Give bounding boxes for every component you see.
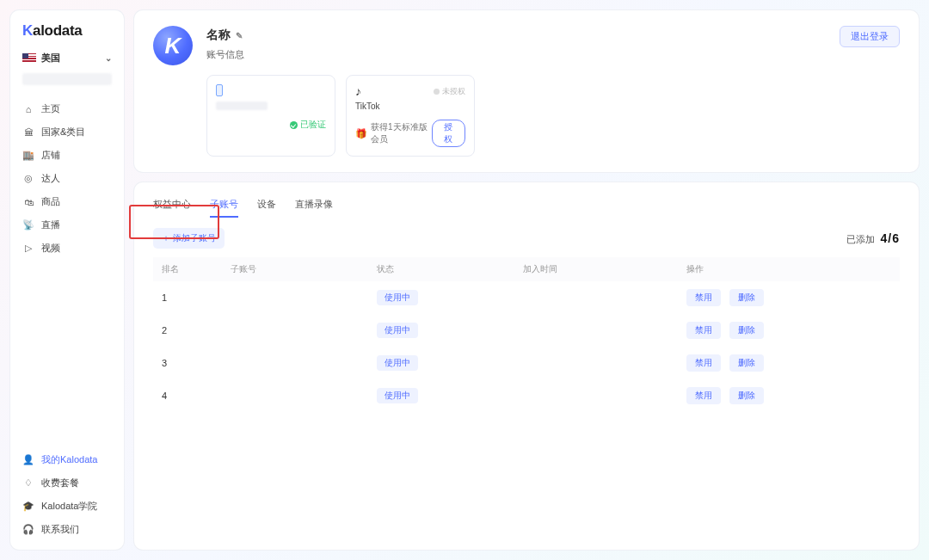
disable-button[interactable]: 禁用 (686, 289, 721, 306)
dot-icon (434, 89, 440, 95)
nav-pricing[interactable]: ♢收费套餐 (10, 471, 124, 495)
pin-icon: ◎ (22, 173, 34, 184)
chevron-down-icon: ⌄ (105, 53, 112, 63)
phone-card: 已验证 (206, 75, 335, 157)
nav-my-kalodata[interactable]: 👤我的Kalodata (10, 448, 124, 471)
gift-text: 获得1天标准版会员 (371, 121, 432, 145)
add-sub-account-button[interactable]: ＋ 添加子账号 (153, 228, 225, 249)
disable-button[interactable]: 禁用 (686, 354, 721, 372)
status-tag: 使用中 (377, 388, 418, 403)
cell-rank: 4 (162, 391, 231, 401)
live-icon: 📡 (22, 219, 34, 231)
video-icon: ▷ (22, 243, 34, 254)
sidebar: Kalodata 美国 ⌄ ⌂主页 🏛国家&类目 🏬店铺 ◎达人 🛍商品 📡直播… (10, 10, 124, 550)
shop-icon: 🏬 (22, 150, 34, 161)
nav-creator[interactable]: ◎达人 (10, 167, 124, 190)
logout-button[interactable]: 退出登录 (840, 26, 900, 47)
table-row: 4 使用中 禁用 删除 (153, 379, 900, 412)
table-row: 3 使用中 禁用 删除 (153, 347, 900, 379)
col-status: 状态 (377, 263, 523, 275)
col-ops: 操作 (686, 263, 891, 275)
nav-product[interactable]: 🛍商品 (10, 190, 124, 213)
brand-k: K (22, 22, 33, 39)
main-content: K 名称 ✎ 账号信息 已验证 (134, 10, 919, 550)
diamond-icon: ♢ (22, 477, 34, 489)
table-row: 1 使用中 禁用 删除 (153, 281, 900, 314)
tab-live-record[interactable]: 直播录像 (295, 198, 333, 218)
redacted-phone (216, 102, 268, 110)
table-row: 2 使用中 禁用 删除 (153, 314, 900, 347)
category-icon: 🏛 (22, 127, 34, 138)
main-nav: ⌂主页 🏛国家&类目 🏬店铺 ◎达人 🛍商品 📡直播 ▷视频 (10, 94, 124, 441)
verified-badge: 已验证 (290, 119, 326, 131)
status-tag: 使用中 (377, 323, 418, 338)
subaccount-table: 排名 子账号 状态 加入时间 操作 1 使用中 禁用 删除 (153, 257, 900, 412)
unauthorized-tag: 未授权 (434, 86, 465, 97)
delete-button[interactable]: 删除 (729, 387, 764, 404)
country-label: 美国 (41, 52, 105, 65)
col-sub: 子账号 (231, 263, 377, 275)
added-counter: 已添加 4/6 (846, 231, 900, 246)
avatar: K (153, 26, 193, 65)
authorize-button[interactable]: 授权 (432, 120, 465, 147)
product-icon: 🛍 (22, 197, 34, 207)
tiktok-card: ♪ 未授权 TikTok 🎁获得1天标准版会员 授权 (346, 75, 475, 157)
disable-button[interactable]: 禁用 (686, 387, 721, 404)
nav-country-category[interactable]: 🏛国家&类目 (10, 120, 124, 144)
headset-icon: 🎧 (22, 524, 34, 535)
delete-button[interactable]: 删除 (729, 322, 764, 339)
check-icon (290, 121, 298, 129)
nav-shop[interactable]: 🏬店铺 (10, 144, 124, 167)
cell-rank: 1 (162, 292, 231, 303)
nav-live[interactable]: 📡直播 (10, 213, 124, 237)
tab-rights-center[interactable]: 权益中心 (153, 198, 191, 218)
tiktok-icon: ♪ (355, 84, 361, 98)
academy-icon: 🎓 (22, 501, 34, 512)
subaccount-card: 权益中心 子账号 设备 直播录像 ＋ 添加子账号 已添加 4/6 排名 子账号 … (134, 182, 919, 550)
nav-home[interactable]: ⌂主页 (10, 97, 124, 120)
table-header: 排名 子账号 状态 加入时间 操作 (153, 257, 900, 281)
cell-rank: 2 (162, 325, 231, 335)
tabs: 权益中心 子账号 设备 直播录像 (153, 198, 900, 225)
redacted-user (22, 73, 112, 85)
profile-card: K 名称 ✎ 账号信息 已验证 (134, 10, 919, 172)
cell-rank: 3 (162, 358, 231, 368)
status-tag: 使用中 (377, 290, 418, 305)
disable-button[interactable]: 禁用 (686, 322, 721, 339)
brand-logo: Kalodata (10, 22, 124, 48)
col-rank: 排名 (162, 263, 231, 275)
home-icon: ⌂ (22, 104, 34, 114)
account-info-label: 账号信息 (206, 48, 900, 61)
col-join-time: 加入时间 (523, 263, 686, 275)
nav-academy[interactable]: 🎓Kalodata学院 (10, 495, 124, 518)
tiktok-label: TikTok (355, 102, 465, 111)
brand-rest: alodata (33, 22, 82, 39)
edit-icon[interactable]: ✎ (236, 31, 243, 40)
user-icon: 👤 (22, 454, 34, 465)
status-tag: 使用中 (377, 355, 418, 371)
gift-icon: 🎁 (355, 128, 367, 139)
nav-video[interactable]: ▷视频 (10, 237, 124, 260)
tab-sub-account[interactable]: 子账号 (210, 198, 238, 218)
nav-contact[interactable]: 🎧联系我们 (10, 518, 124, 541)
delete-button[interactable]: 删除 (729, 289, 764, 306)
delete-button[interactable]: 删除 (729, 354, 764, 372)
tab-device[interactable]: 设备 (257, 198, 276, 218)
bottom-nav: 👤我的Kalodata ♢收费套餐 🎓Kalodata学院 🎧联系我们 (10, 441, 124, 541)
profile-name-label: 名称 (206, 28, 231, 43)
country-selector[interactable]: 美国 ⌄ (10, 48, 124, 68)
phone-icon (216, 84, 223, 96)
flag-us-icon (22, 53, 36, 63)
